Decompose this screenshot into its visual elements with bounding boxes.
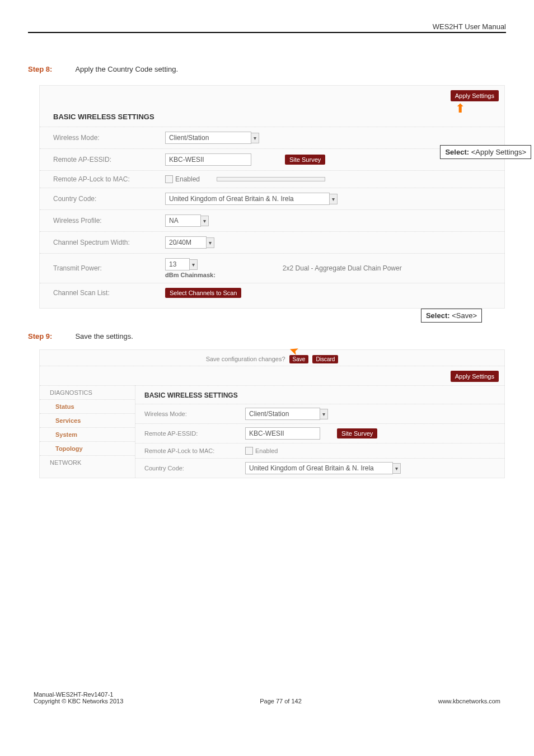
label-scan-list: Channel Scan List: <box>53 289 165 297</box>
callout-save: Select: <Save> <box>421 309 482 323</box>
sidebar-item-topology[interactable]: Topology <box>40 441 135 455</box>
label-remote-lock: Remote AP-Lock to MAC: <box>53 175 165 183</box>
remote-lock-enabled-text-2: Enabled <box>255 447 278 454</box>
remote-lock-mac-input[interactable] <box>217 177 325 181</box>
sidebar-head-network: NETWORK <box>40 455 135 469</box>
tx-power-select[interactable]: 13 <box>165 258 190 270</box>
wireless-mode-select-2[interactable]: Client/Station <box>245 408 320 420</box>
page-header: WES2HT User Manual <box>28 22 506 33</box>
chevron-down-icon[interactable]: ▾ <box>190 259 198 270</box>
wireless-mode-select[interactable]: Client/Station <box>165 132 251 144</box>
settings-panel-1: Select: <Apply Settings> Select: <Save> … <box>39 85 505 309</box>
apply-settings-button-2[interactable]: Apply Settings <box>451 371 499 382</box>
callout-save-value: <Save> <box>452 311 477 320</box>
tx-power-note: 2x2 Dual - Aggregate Dual Chain Power <box>283 264 402 272</box>
chevron-down-icon[interactable]: ▾ <box>251 133 259 143</box>
step-8-label: Step 8: <box>28 65 73 73</box>
label-wireless-profile: Wireless Profile: <box>53 217 165 225</box>
label-country-code: Country Code: <box>53 195 165 203</box>
site-survey-button[interactable]: Site Survey <box>285 155 325 165</box>
label-wireless-mode: Wireless Mode: <box>53 134 165 142</box>
tx-power-sub-label: dBm Chainmask: <box>165 272 216 278</box>
arrow-up-icon: ⬆ <box>455 102 465 115</box>
sidebar-item-system[interactable]: System <box>40 427 135 441</box>
chevron-down-icon[interactable]: ▾ <box>207 237 214 248</box>
footer-left-1: Manual-WES2HT-Rev1407-1 <box>34 691 123 698</box>
save-bar-text: Save configuration changes? <box>206 356 285 362</box>
site-survey-button-2[interactable]: Site Survey <box>337 428 377 438</box>
label-wireless-mode-2: Wireless Mode: <box>144 410 245 417</box>
remote-essid-input[interactable]: KBC-WESII <box>165 153 251 166</box>
remote-lock-checkbox[interactable] <box>165 175 173 183</box>
callout-apply-value: <Apply Settings> <box>471 148 526 156</box>
country-code-select[interactable]: United Kingdom of Great Britain & N. Ire… <box>165 193 330 205</box>
callout-save-prefix: Select: <box>426 311 452 320</box>
chevron-down-icon[interactable]: ▾ <box>330 194 338 204</box>
discard-button[interactable]: Discard <box>312 355 338 363</box>
sidebar-item-status[interactable]: Status <box>40 399 135 413</box>
step-8-text: Apply the Country Code setting. <box>75 65 178 73</box>
label-tx-power: Transmit Power: <box>53 264 165 272</box>
settings-panel-2: ➤ Save configuration changes? Save Disca… <box>39 349 505 478</box>
apply-settings-button[interactable]: Apply Settings <box>451 90 499 101</box>
sidebar: DIAGNOSTICS Status Services System Topol… <box>40 385 135 478</box>
step-9-label: Step 9: <box>28 332 73 340</box>
channel-width-select[interactable]: 20/40M <box>165 236 207 249</box>
footer-left-2: Copyright © KBC Networks 2013 <box>34 698 123 704</box>
step-9-row: Step 9: Save the settings. <box>28 331 506 341</box>
label-remote-essid: Remote AP-ESSID: <box>53 156 165 164</box>
section-title-basic-wireless: BASIC WIRELESS SETTINGS <box>40 104 504 127</box>
label-remote-essid-2: Remote AP-ESSID: <box>144 430 245 437</box>
page-footer: Manual-WES2HT-Rev1407-1 Copyright © KBC … <box>28 691 506 716</box>
wireless-profile-select[interactable]: NA <box>165 214 201 227</box>
country-code-select-2[interactable]: United Kingdom of Great Britain & N. Ire… <box>245 462 393 474</box>
remote-lock-checkbox-2[interactable] <box>245 447 253 455</box>
footer-right: www.kbcnetworks.com <box>438 698 500 704</box>
step-8-row: Step 8: Apply the Country Code setting. <box>28 64 506 74</box>
label-country-code-2: Country Code: <box>144 465 245 472</box>
select-channels-button[interactable]: Select Channels to Scan <box>165 288 241 298</box>
sidebar-head-diagnostics: DIAGNOSTICS <box>40 385 135 399</box>
footer-center: Page 77 of 142 <box>260 698 302 704</box>
remote-lock-enabled-text: Enabled <box>175 175 200 183</box>
step-9-text: Save the settings. <box>75 332 133 340</box>
callout-apply-settings: Select: <Apply Settings> <box>440 145 531 159</box>
label-remote-lock-2: Remote AP-Lock to MAC: <box>144 447 245 454</box>
chevron-down-icon[interactable]: ▾ <box>320 409 328 419</box>
callout-apply-prefix: Select: <box>445 148 471 156</box>
chevron-down-icon[interactable]: ▾ <box>201 216 209 226</box>
section-title-basic-wireless-2: BASIC WIRELESS SETTINGS <box>135 385 504 404</box>
sidebar-item-services[interactable]: Services <box>40 413 135 427</box>
chevron-down-icon[interactable]: ▾ <box>393 463 401 474</box>
label-channel-width: Channel Spectrum Width: <box>53 239 165 246</box>
remote-essid-input-2[interactable]: KBC-WESII <box>245 427 320 440</box>
